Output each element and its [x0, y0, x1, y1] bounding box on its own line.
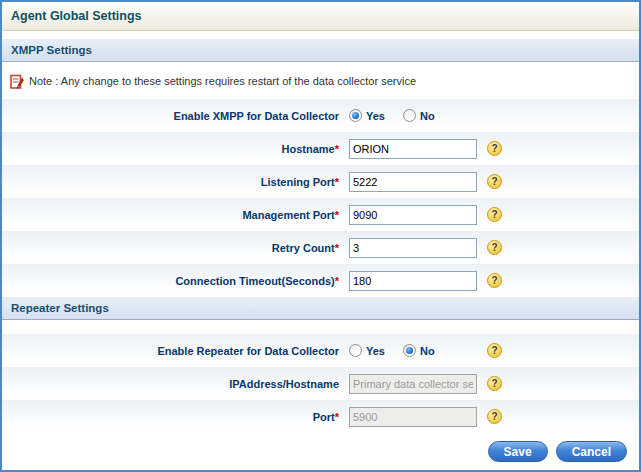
note-row: Note : Any change to these settings requ…: [2, 62, 639, 99]
repeater-section-title: Repeater Settings: [11, 302, 109, 314]
management-port-label-text: Management Port: [242, 209, 334, 221]
ipaddress-hostname-control: [349, 374, 479, 394]
listening-port-row: Listening Port* ?: [2, 165, 639, 198]
enable-xmpp-yes-radio[interactable]: [349, 109, 362, 122]
repeater-port-input[interactable]: [349, 407, 477, 427]
required-asterisk: *: [335, 242, 339, 254]
ipaddress-hostname-input[interactable]: [349, 374, 477, 394]
ipaddress-hostname-label-text: IPAddress/Hostname: [229, 378, 339, 390]
note-text: Note : Any change to these settings requ…: [29, 75, 416, 87]
enable-xmpp-yes-label: Yes: [366, 110, 385, 122]
repeater-port-control: [349, 407, 479, 427]
note-icon: [10, 73, 24, 89]
hostname-label: Hostname*: [2, 143, 339, 155]
management-port-label: Management Port*: [2, 209, 339, 221]
retry-count-row: Retry Count* ?: [2, 231, 639, 264]
listening-port-control: [349, 172, 479, 192]
ipaddress-hostname-label: IPAddress/Hostname: [2, 378, 339, 390]
agent-global-settings-window: Agent Global Settings XMPP Settings Note…: [0, 0, 641, 472]
enable-repeater-no-label: No: [420, 345, 435, 357]
enable-repeater-yes-radio[interactable]: [349, 344, 362, 357]
required-asterisk: *: [335, 176, 339, 188]
hostname-control: [349, 139, 479, 159]
required-asterisk: *: [335, 275, 339, 287]
help-icon[interactable]: ?: [487, 409, 502, 424]
enable-repeater-label: Enable Repeater for Data Collector: [2, 345, 339, 357]
enable-repeater-radio-group: Yes No: [349, 344, 479, 357]
enable-repeater-yes-label: Yes: [366, 345, 385, 357]
repeater-port-row: Port* ?: [2, 400, 639, 433]
listening-port-label: Listening Port*: [2, 176, 339, 188]
retry-count-label: Retry Count*: [2, 242, 339, 254]
enable-xmpp-row: Enable XMPP for Data Collector Yes No: [2, 99, 639, 132]
help-icon[interactable]: ?: [487, 141, 502, 156]
hostname-input[interactable]: [349, 139, 477, 159]
connection-timeout-control: [349, 271, 479, 291]
management-port-input[interactable]: [349, 205, 477, 225]
repeater-port-label-text: Port: [313, 411, 335, 423]
connection-timeout-input[interactable]: [349, 271, 477, 291]
help-icon[interactable]: ?: [487, 240, 502, 255]
retry-count-control: [349, 238, 479, 258]
xmpp-section-header: XMPP Settings: [2, 39, 639, 62]
enable-xmpp-no-radio[interactable]: [403, 109, 416, 122]
connection-timeout-row: Connection Timeout(Seconds)* ?: [2, 264, 639, 297]
hostname-row: Hostname* ?: [2, 132, 639, 165]
required-asterisk: *: [335, 411, 339, 423]
footer: Save Cancel: [2, 433, 639, 470]
retry-count-input[interactable]: [349, 238, 477, 258]
xmpp-section-title: XMPP Settings: [11, 44, 92, 56]
retry-count-label-text: Retry Count: [272, 242, 335, 254]
required-asterisk: *: [335, 143, 339, 155]
page-title: Agent Global Settings: [11, 9, 142, 23]
ipaddress-hostname-row: IPAddress/Hostname ?: [2, 367, 639, 400]
cancel-button[interactable]: Cancel: [556, 441, 627, 462]
hostname-label-text: Hostname: [282, 143, 335, 155]
save-button[interactable]: Save: [488, 441, 548, 462]
required-asterisk: *: [335, 209, 339, 221]
repeater-section-header: Repeater Settings: [2, 297, 639, 320]
spacer: [2, 31, 639, 39]
connection-timeout-label-text: Connection Timeout(Seconds): [175, 275, 334, 287]
listening-port-label-text: Listening Port: [261, 176, 335, 188]
management-port-row: Management Port* ?: [2, 198, 639, 231]
enable-xmpp-no-label: No: [420, 110, 435, 122]
enable-xmpp-radio-group: Yes No: [349, 109, 479, 122]
titlebar: Agent Global Settings: [2, 2, 639, 31]
repeater-port-label: Port*: [2, 411, 339, 423]
help-icon[interactable]: ?: [487, 343, 502, 358]
listening-port-input[interactable]: [349, 172, 477, 192]
help-icon[interactable]: ?: [487, 273, 502, 288]
spacer: [2, 320, 639, 334]
help-icon[interactable]: ?: [487, 376, 502, 391]
enable-xmpp-label: Enable XMPP for Data Collector: [2, 110, 339, 122]
help-icon[interactable]: ?: [487, 174, 502, 189]
enable-repeater-no-radio[interactable]: [403, 344, 416, 357]
enable-repeater-row: Enable Repeater for Data Collector Yes N…: [2, 334, 639, 367]
help-icon[interactable]: ?: [487, 207, 502, 222]
connection-timeout-label: Connection Timeout(Seconds)*: [2, 275, 339, 287]
management-port-control: [349, 205, 479, 225]
